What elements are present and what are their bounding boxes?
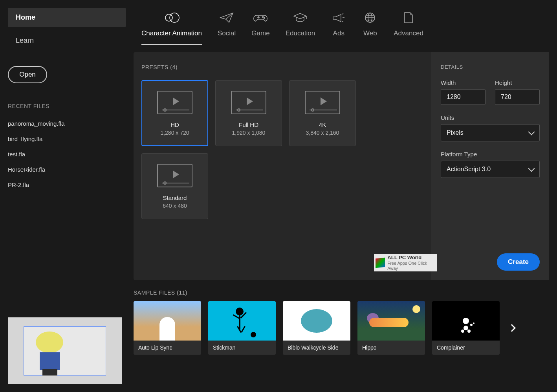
watermark-logo-icon [376,258,385,268]
platform-select[interactable]: ActionScript 3.0 [441,161,540,178]
sample-files-row: Auto Lip Sync Stickman Biblo Walkcycle S… [134,301,549,355]
category-tabs: Character Animation Social Game [134,8,549,45]
sample-hippo[interactable]: Hippo [357,301,425,355]
watermark-subtitle: Free Apps One Click Away [387,261,435,271]
height-input[interactable] [495,89,540,105]
sample-thumbnail [357,301,425,341]
recent-file[interactable]: bird_flying.fla [8,136,126,142]
preset-fullhd[interactable]: Full HD 1,920 x 1,080 [215,80,282,146]
svg-point-1 [170,13,179,22]
watermark: ALL PC World Free Apps One Click Away [374,254,437,271]
units-label: Units [441,114,540,121]
sample-thumbnail [283,301,350,341]
sidebar-nav-home[interactable]: Home [8,8,126,27]
create-button[interactable]: Create [497,253,540,271]
details-header: DETAILS [441,64,540,70]
preset-size: 1,920 x 1,080 [232,130,266,136]
tab-label: Game [251,29,269,37]
units-select[interactable]: Pixels [441,124,540,141]
preset-name: HD [170,121,179,128]
content-panel: PRESETS (4) HD 1,280 x 720 Full HD 1,920… [134,52,549,280]
sidebar-nav-learn[interactable]: Learn [8,31,126,50]
sample-thumbnail [208,301,276,341]
video-icon [157,91,192,114]
document-icon [401,12,416,24]
svg-point-0 [165,14,172,21]
svg-point-3 [264,18,265,19]
presets-header: PRESETS (4) [141,64,423,70]
width-input[interactable] [441,89,486,105]
preset-grid: HD 1,280 x 720 Full HD 1,920 x 1,080 4K … [141,80,423,219]
main-area: Character Animation Social Game [134,8,549,384]
preset-name: Standard [163,194,187,201]
tab-social[interactable]: Social [218,12,236,45]
paper-plane-icon [219,12,235,24]
sample-complainer[interactable]: Complainer [432,301,500,355]
tab-web[interactable]: Web [362,12,378,45]
sample-thumbnail [134,301,201,341]
recent-file[interactable]: PR-2.fla [8,181,126,188]
sample-files-header: SAMPLE FILES (11) [134,289,549,296]
height-label: Height [495,79,540,86]
megaphone-icon [331,12,346,24]
scroll-right-icon[interactable] [508,324,516,332]
tab-label: Web [363,29,377,37]
tab-education[interactable]: Education [286,12,315,45]
sample-auto-lip-sync[interactable]: Auto Lip Sync [134,301,201,355]
recent-files-list: panoroma_moving.fla bird_flying.fla test… [8,120,126,188]
video-icon [231,91,266,114]
preset-size: 3,840 x 2,160 [306,130,339,136]
watermark-title: ALL PC World [387,255,435,261]
preset-size: 1,280 x 720 [160,130,189,136]
sample-biblo[interactable]: Biblo Walkcycle Side [283,301,350,355]
preset-name: Full HD [239,121,258,128]
gamepad-icon [253,12,268,24]
sample-stickman[interactable]: Stickman [208,301,276,355]
sample-label: Auto Lip Sync [134,341,201,355]
recent-file[interactable]: HorseRider.fla [8,166,126,173]
preset-standard[interactable]: Standard 640 x 480 [141,153,208,219]
tab-ads[interactable]: Ads [331,12,346,45]
preset-name: 4K [319,121,326,128]
character-icon [164,12,180,24]
width-label: Width [441,79,486,86]
video-icon [305,91,340,114]
sample-label: Stickman [208,341,276,355]
recent-file[interactable]: panoroma_moving.fla [8,120,126,127]
globe-icon [362,12,378,24]
tab-label: Education [286,29,315,37]
open-button[interactable]: Open [8,66,47,83]
sample-thumbnail [432,301,500,341]
tab-label: Social [218,29,236,37]
svg-point-2 [262,16,264,18]
details-panel: DETAILS Width Height Units Pixels [431,52,549,280]
graduation-icon [292,12,308,24]
chevron-down-icon [528,165,535,172]
recent-files-header: RECENT FILES [8,103,126,109]
preset-hd[interactable]: HD 1,280 x 720 [141,80,208,146]
sample-label: Biblo Walkcycle Side [283,341,350,355]
tab-label: Character Animation [141,29,202,37]
sample-label: Complainer [432,341,500,355]
tab-character-animation[interactable]: Character Animation [141,12,202,45]
sample-label: Hippo [357,341,425,355]
recent-file[interactable]: test.fla [8,151,126,158]
tab-label: Advanced [394,29,423,37]
tab-advanced[interactable]: Advanced [394,12,423,45]
presets-area: PRESETS (4) HD 1,280 x 720 Full HD 1,920… [134,52,431,280]
units-value: Pixels [447,129,464,136]
preview-thumbnail[interactable] [8,317,122,384]
preset-size: 640 x 480 [163,203,187,209]
video-icon [157,164,192,187]
platform-value: ActionScript 3.0 [447,166,491,173]
tab-game[interactable]: Game [251,12,269,45]
sidebar: Home Learn Open RECENT FILES panoroma_mo… [8,8,126,384]
platform-label: Platform Type [441,151,540,158]
chevron-down-icon [528,129,535,136]
tab-label: Ads [333,29,344,37]
preset-4k[interactable]: 4K 3,840 x 2,160 [289,80,356,146]
sample-files-section: SAMPLE FILES (11) Auto Lip Sync Stickman [134,289,549,355]
